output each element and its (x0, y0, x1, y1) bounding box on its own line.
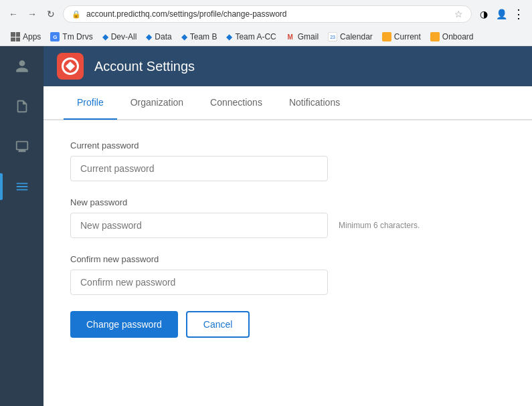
apps-icon (11, 32, 20, 41)
extensions-icon[interactable]: ◑ (477, 7, 491, 21)
url-text: account.predicthq.com/settings/profile/c… (86, 9, 449, 19)
google-drive-icon: G (50, 32, 60, 41)
back-button[interactable]: ← (7, 7, 20, 21)
app-header: Account Settings (43, 46, 532, 86)
tab-profile[interactable]: Profile (64, 86, 117, 120)
new-password-input[interactable] (70, 213, 328, 238)
bookmark-onboard[interactable]: Onboard (426, 31, 478, 43)
bookmark-data-label: Data (155, 32, 171, 41)
diamond-icon-3: ◆ (181, 32, 187, 41)
sidebar-item-users[interactable] (0, 46, 43, 86)
bookmarks-bar: Apps G Tm Drvs ◆ Dev-All ◆ Data ◆ Team B… (0, 28, 532, 46)
new-password-label: New password (70, 197, 505, 207)
confirm-password-group: Confirm new password (70, 254, 505, 295)
form-buttons: Change password Cancel (70, 311, 505, 338)
sidebar-item-menu[interactable] (0, 167, 43, 207)
bookmark-gmail[interactable]: M Gmail (282, 31, 323, 43)
diamond-icon-1: ◆ (102, 32, 108, 41)
new-password-hint: Minimum 6 characters. (339, 221, 420, 230)
sidebar-item-monitor[interactable] (0, 126, 43, 167)
documents-icon (15, 99, 29, 114)
confirm-password-label: Confirm new password (70, 254, 505, 264)
star-icon: ☆ (454, 9, 463, 19)
page-title: Account Settings (94, 59, 195, 74)
browser-chrome: ← → ↻ 🔒 account.predicthq.com/settings/p… (0, 0, 532, 46)
bookmark-team-acc-label: Team A-CC (235, 32, 276, 41)
tabs-bar: Profile Organization Connections Notific… (43, 86, 532, 120)
top-section: Account Settings Profile Organization Co… (43, 46, 532, 406)
forward-button[interactable]: → (25, 7, 39, 21)
current-icon (382, 32, 391, 41)
new-password-row: Minimum 6 characters. (70, 213, 505, 238)
sidebar-item-documents[interactable] (0, 86, 43, 126)
calendar-icon: 23 (328, 32, 337, 41)
change-password-form: Current password New password Minimum 6 … (43, 120, 532, 406)
address-bar[interactable]: 🔒 account.predicthq.com/settings/profile… (63, 5, 472, 23)
users-icon (15, 59, 29, 74)
monitor-icon (15, 139, 29, 154)
bookmark-dev-all-label: Dev-All (111, 32, 137, 41)
cancel-button[interactable]: Cancel (186, 311, 250, 338)
bookmark-team-b-label: Team B (190, 32, 217, 41)
more-icon[interactable]: ⋮ (512, 7, 525, 21)
confirm-password-input[interactable] (70, 270, 328, 295)
diamond-icon-2: ◆ (146, 32, 152, 41)
bookmark-apps-label: Apps (23, 32, 41, 41)
gmail-icon: M (286, 32, 295, 41)
diamond-icon-4: ◆ (226, 32, 232, 41)
bookmark-data[interactable]: ◆ Data (142, 31, 175, 43)
sidebar (0, 46, 43, 406)
profile-icon[interactable]: 👤 (495, 7, 508, 21)
bookmark-dev-all[interactable]: ◆ Dev-All (98, 31, 141, 43)
onboard-icon (430, 32, 440, 41)
bookmark-calendar[interactable]: 23 Calendar (324, 31, 377, 43)
lock-icon: 🔒 (72, 10, 81, 19)
tab-connections[interactable]: Connections (197, 86, 276, 120)
current-password-label: Current password (70, 140, 505, 150)
bookmark-current[interactable]: Current (378, 31, 425, 43)
tab-organization[interactable]: Organization (117, 86, 197, 120)
app-logo (57, 53, 84, 80)
bookmark-calendar-label: Calendar (340, 32, 373, 41)
menu-icon (15, 179, 29, 194)
bookmark-tm-drvs-label: Tm Drvs (62, 32, 92, 41)
bookmark-apps[interactable]: Apps (7, 31, 45, 43)
app-container: Account Settings Profile Organization Co… (0, 46, 532, 406)
bookmark-gmail-label: Gmail (298, 32, 319, 41)
main-content: Profile Organization Connections Notific… (43, 86, 532, 406)
bookmark-team-b[interactable]: ◆ Team B (177, 31, 221, 43)
tab-notifications[interactable]: Notifications (276, 86, 353, 120)
current-password-group: Current password (70, 140, 505, 181)
bookmark-current-label: Current (394, 32, 421, 41)
new-password-group: New password Minimum 6 characters. (70, 197, 505, 238)
browser-actions: ◑ 👤 ⋮ (477, 7, 525, 21)
bookmark-team-acc[interactable]: ◆ Team A-CC (222, 31, 280, 43)
change-password-button[interactable]: Change password (70, 311, 178, 338)
browser-nav-bar: ← → ↻ 🔒 account.predicthq.com/settings/p… (0, 0, 532, 28)
current-password-input[interactable] (70, 156, 328, 181)
reload-button[interactable]: ↻ (44, 7, 58, 21)
bookmark-onboard-label: Onboard (442, 32, 474, 41)
bookmark-tm-drvs[interactable]: G Tm Drvs (46, 31, 96, 43)
